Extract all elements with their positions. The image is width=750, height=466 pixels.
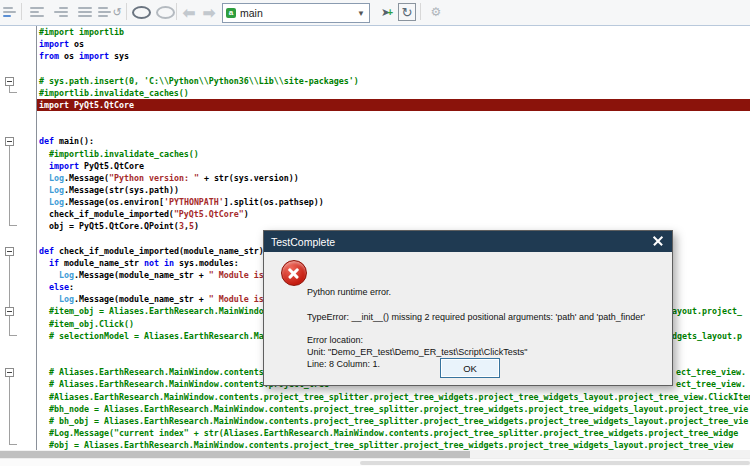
add-item-icon[interactable]: ➤ + <box>378 3 396 21</box>
code-line: Log.Message(os.environ['PYTHONPATH'].spl… <box>37 196 750 208</box>
code-line: #Aliases.EarthResearch.MainWindow.conten… <box>37 391 750 403</box>
code-line: Log.Message("Python version: " + str(sys… <box>37 172 750 184</box>
code-line: from os import sys <box>37 50 750 62</box>
plus-glyph: + <box>387 7 393 18</box>
fold-collapse-marker[interactable] <box>5 77 14 86</box>
code-line: check_if_module_imported("PyQt5.QtCore") <box>37 208 750 220</box>
code-line: #import importlib <box>37 26 750 38</box>
outer-scrollbar-thumb[interactable] <box>360 461 750 465</box>
fold-collapse-marker[interactable] <box>5 307 14 316</box>
toolbar-separator <box>176 3 177 20</box>
undo-format-icon[interactable]: ↺ <box>99 3 121 21</box>
code-line: def main(): <box>37 135 750 147</box>
settings-icon[interactable]: ⚙ <box>426 3 446 21</box>
code-line: import PyQt5.QtCore <box>37 160 750 172</box>
comment-lines-icon[interactable] <box>1 3 17 21</box>
code-line: # sys.path.insert(0, 'C:\\Python\\Python… <box>37 75 750 87</box>
ok-button[interactable]: OK <box>440 358 500 378</box>
fold-scope-bracket <box>9 377 17 445</box>
dialog-title-bar[interactable]: TestComplete <box>264 231 672 252</box>
dialog-location-unit: Unit: "Demo_ER_test\Demo_ER_test\Script\… <box>307 347 527 357</box>
align-left-icon[interactable] <box>27 3 47 21</box>
routine-dropdown-value: main <box>240 7 263 19</box>
align-center-icon[interactable] <box>51 3 71 21</box>
code-line: #importlib.invalidate_caches() <box>37 87 750 99</box>
eye-glyph <box>156 6 175 19</box>
code-line-fragment: ayout.project_ <box>672 305 742 317</box>
forward-arrow-icon[interactable]: ➡ <box>200 3 218 21</box>
refresh-icon[interactable]: ↻ <box>398 3 416 21</box>
close-icon[interactable] <box>649 233 667 249</box>
fold-collapse-marker[interactable] <box>5 137 14 146</box>
code-line-fragment: ect_tree_view. <box>676 378 746 390</box>
editor-toolbar: ↺ ⬅ ➡ a main ▼ ➤ + ↻ ⚙ <box>0 0 750 26</box>
code-line: import os <box>37 38 750 50</box>
fold-collapse-marker[interactable] <box>5 368 14 377</box>
dialog-location-label: Error location: <box>307 335 363 345</box>
dialog-message-detail: TypeError: __init__() missing 2 required… <box>307 312 645 322</box>
eye-slash-glyph <box>132 6 151 19</box>
undo-format-glyph <box>98 7 111 17</box>
code-line: # bh_obj = Aliases.EarthResearch.MainWin… <box>37 415 750 427</box>
dialog-location-line: Line: 8 Column: 1. <box>307 359 380 369</box>
undo-arrow-glyph: ↺ <box>112 6 121 19</box>
chevron-down-icon: ▼ <box>357 9 365 18</box>
code-line: Log.Message(str(sys.path)) <box>37 184 750 196</box>
comment-lines-glyph <box>3 7 16 17</box>
horizontal-scrollbar-thumb[interactable] <box>0 451 470 458</box>
back-arrow-icon[interactable]: ⬅ <box>180 3 198 21</box>
dialog-title: TestComplete <box>271 236 335 248</box>
testcomplete-code-editor-window: ↺ ⬅ ➡ a main ▼ ➤ + ↻ ⚙ <box>0 0 750 466</box>
fold-scope-bracket <box>9 146 17 226</box>
align-justify-glyph <box>78 7 92 17</box>
align-justify-icon[interactable] <box>75 3 95 21</box>
gear-glyph: ⚙ <box>431 5 442 19</box>
hide-eye-icon[interactable] <box>131 3 152 21</box>
back-arrow-glyph: ⬅ <box>183 5 196 20</box>
code-line: #obj = Aliases.EarthResearch.MainWindow.… <box>37 439 750 450</box>
refresh-glyph: ↻ <box>402 6 413 19</box>
code-line: #bh_node = Aliases.EarthResearch.MainWin… <box>37 403 750 415</box>
fold-scope-bracket <box>9 86 17 93</box>
fold-collapse-marker[interactable] <box>5 247 14 256</box>
error-dialog: TestComplete Python runtime error. TypeE… <box>263 230 673 386</box>
show-eye-icon[interactable] <box>155 3 176 21</box>
routine-icon: a <box>226 8 236 18</box>
fold-scope-bracket <box>9 256 17 336</box>
highlighted-error-line: import PyQt5.QtCore <box>37 99 750 111</box>
forward-arrow-glyph: ➡ <box>203 5 216 20</box>
toolbar-separator <box>21 3 22 20</box>
align-center-glyph <box>54 7 68 17</box>
code-line-fragment: dgets_layout.p <box>672 330 742 342</box>
toolbar-separator <box>420 3 421 20</box>
code-line: #importlib.invalidate_caches() <box>37 148 750 160</box>
dialog-message-title: Python runtime error. <box>307 287 391 297</box>
error-circle-x-icon <box>281 260 307 286</box>
toolbar-separator <box>126 3 127 20</box>
routine-dropdown[interactable]: a main ▼ <box>222 3 370 23</box>
code-line-fragment: ect_tree_view. <box>676 366 746 378</box>
outer-scrollbar[interactable] <box>0 458 750 466</box>
align-left-glyph <box>30 7 44 17</box>
code-line: #Log.Message("current index" + str(Alias… <box>37 427 750 439</box>
